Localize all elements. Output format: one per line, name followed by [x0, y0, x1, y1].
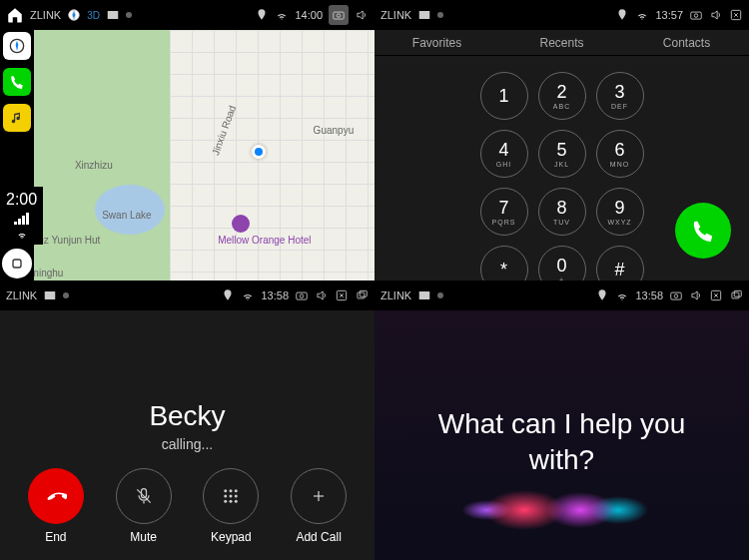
home-icon[interactable]: [6, 6, 24, 24]
dock-music-icon[interactable]: [3, 104, 31, 132]
end-label: End: [45, 530, 66, 544]
siri-prompt: What can I help you with?: [374, 406, 749, 479]
key-0[interactable]: 0+: [538, 246, 586, 280]
statusbar: ZLINK 13:57: [374, 0, 749, 30]
tab-recents[interactable]: Recents: [499, 30, 624, 55]
svg-point-25: [230, 500, 233, 503]
tab-favorites[interactable]: Favorites: [374, 30, 499, 55]
home-button[interactable]: [2, 249, 32, 279]
key-4[interactable]: 4GHI: [480, 130, 528, 178]
picture-icon: [106, 8, 120, 22]
location-icon: [615, 8, 629, 22]
location-icon: [221, 288, 235, 302]
picture-icon: [43, 288, 57, 302]
svg-point-18: [225, 489, 228, 492]
close-icon[interactable]: [335, 288, 349, 302]
label-hotel: Mellow Orange Hotel: [218, 235, 311, 246]
dock-nav-icon[interactable]: [3, 32, 31, 60]
label-guanpyu: Guanpyu: [314, 125, 355, 136]
label-lake: Swan Lake: [102, 210, 151, 221]
volume-icon[interactable]: [689, 288, 703, 302]
location-icon: [255, 8, 269, 22]
multitask-icon[interactable]: [355, 288, 369, 302]
key-8[interactable]: 8TUV: [538, 188, 586, 236]
call-status: calling...: [0, 436, 374, 452]
svg-rect-33: [732, 292, 739, 298]
dock-phone-icon[interactable]: [3, 68, 31, 96]
camera-icon[interactable]: [669, 288, 683, 302]
key-3[interactable]: 3DEF: [596, 72, 644, 120]
statusbar: ZLINK 13:58: [0, 280, 374, 310]
mute-label: Mute: [130, 530, 157, 544]
svg-rect-15: [360, 290, 367, 296]
svg-rect-14: [358, 292, 365, 298]
clock: 13:58: [261, 289, 289, 301]
keypad-label: Keypad: [211, 530, 252, 544]
key-*[interactable]: *: [480, 246, 528, 280]
volume-icon[interactable]: [709, 8, 723, 22]
key-2[interactable]: 2ABC: [538, 72, 586, 120]
svg-point-22: [230, 495, 233, 498]
key-6[interactable]: 6MNO: [596, 130, 644, 178]
status-dot: [63, 292, 69, 298]
key-1[interactable]: 1: [480, 72, 528, 120]
close-icon[interactable]: [729, 8, 743, 22]
keypad-button[interactable]: Keypad: [203, 468, 259, 544]
picture-icon: [417, 288, 431, 302]
svg-point-19: [230, 489, 233, 492]
add-call-button[interactable]: Add Call: [291, 468, 347, 544]
picture-icon: [417, 8, 431, 22]
svg-rect-5: [13, 260, 21, 268]
key-7[interactable]: 7PQRS: [480, 188, 528, 236]
nav-label: 3D: [87, 10, 100, 21]
volume-icon[interactable]: [315, 288, 329, 302]
svg-rect-34: [734, 290, 741, 296]
tab-contacts[interactable]: Contacts: [624, 30, 749, 55]
svg-point-23: [235, 495, 238, 498]
add-call-label: Add Call: [296, 530, 341, 544]
svg-point-31: [674, 293, 678, 297]
svg-rect-10: [45, 290, 56, 298]
svg-point-24: [225, 500, 228, 503]
side-clock-time: 2:00: [6, 191, 37, 209]
wifi-icon: [275, 8, 289, 22]
clock: 13:58: [635, 289, 663, 301]
svg-rect-11: [297, 292, 308, 299]
call-pane: ZLINK 13:58 Becky calling... End Mute Ke…: [0, 280, 374, 561]
close-icon[interactable]: [709, 288, 723, 302]
svg-rect-6: [419, 11, 430, 19]
siri-pane: ZLINK 13:58 What can I help you with?: [374, 280, 749, 561]
carplay-map-pane: ZLINK 3D 14:00 Jinxiu Road Xinzhizu Guan…: [0, 0, 374, 280]
svg-rect-29: [419, 290, 430, 298]
camera-icon[interactable]: [295, 288, 309, 302]
app-name: ZLINK: [30, 9, 61, 21]
status-dot: [437, 12, 443, 18]
svg-rect-7: [691, 12, 702, 19]
key-5[interactable]: 5JKL: [538, 130, 586, 178]
wifi-icon: [241, 288, 255, 302]
svg-point-12: [300, 293, 304, 297]
svg-rect-1: [108, 11, 119, 19]
key-9[interactable]: 9WXYZ: [596, 188, 644, 236]
multitask-icon[interactable]: [729, 288, 743, 302]
dialer-pane: ZLINK 13:57 Favorites Recents Contacts 1…: [374, 0, 749, 280]
end-call-button[interactable]: End: [28, 468, 84, 544]
wifi-icon: [635, 8, 649, 22]
mute-button[interactable]: Mute: [116, 468, 172, 544]
map-view[interactable]: Jinxiu Road Xinzhizu Guanpyu Swan Lake M…: [34, 30, 374, 280]
volume-icon[interactable]: [355, 8, 369, 22]
wifi-icon: [15, 229, 29, 241]
statusbar: ZLINK 3D 14:00: [0, 0, 374, 30]
clock: 13:57: [655, 9, 683, 21]
wifi-icon: [615, 288, 629, 302]
camera-icon[interactable]: [329, 5, 349, 25]
svg-point-3: [337, 14, 341, 17]
svg-point-26: [235, 500, 238, 503]
label-minghu: minghu: [31, 268, 64, 279]
siri-waveform: [374, 490, 749, 530]
statusbar: ZLINK 13:58: [374, 280, 749, 310]
key-#[interactable]: #: [596, 246, 644, 280]
camera-icon[interactable]: [689, 8, 703, 22]
location-icon: [595, 288, 609, 302]
call-button[interactable]: [675, 203, 731, 259]
